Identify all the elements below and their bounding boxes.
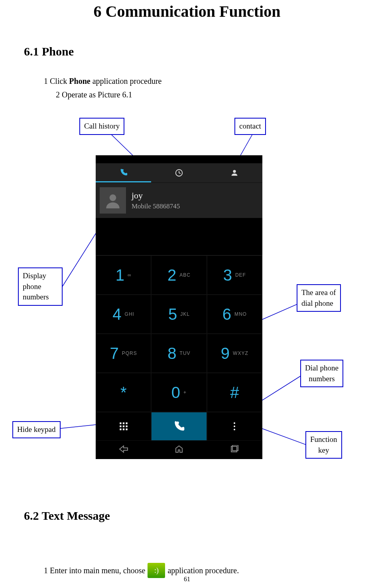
status-bar [96,155,262,163]
digit-hash: # [230,384,239,402]
svg-rect-13 [120,426,121,427]
callout-dialarea-l2: dial phone [301,298,336,309]
callout-dialnum-l1: Dial phone [305,363,339,374]
letters-6: MNO [234,311,247,317]
menu-dots-icon [233,422,236,431]
digit-9: 9 [221,344,230,362]
key-8[interactable]: 8TUV [151,334,207,373]
key-star[interactable]: * [96,373,151,412]
letters-1: ∞ [128,272,132,278]
callout-display-l3: numbers [23,292,58,303]
key-hash[interactable]: # [207,373,262,412]
tab-call-history[interactable] [151,163,207,182]
keypad: 1∞ 2ABC 3DEF 4GHI 5JKL 6MNO 7PQRS 8TUV 9… [96,255,262,412]
svg-rect-17 [122,428,124,430]
call-button[interactable] [151,412,207,441]
callout-hide-keypad: Hide keypad [12,421,61,438]
letters-8: TUV [180,350,191,356]
bottom-bar [96,412,262,441]
key-0[interactable]: 0+ [151,373,207,412]
contacts-icon [230,168,239,177]
letters-7: PQRS [122,350,137,356]
digit-2: 2 [167,266,176,284]
contact-name: joy [132,190,180,201]
callout-call-history: Call history [79,118,124,135]
svg-point-8 [233,170,236,173]
key-5[interactable]: 5JKL [151,295,207,334]
digit-8: 8 [167,344,176,362]
contact-text: joy Mobile 58868745 [132,190,180,210]
step1-pre: 1 Click [44,77,69,85]
key-6[interactable]: 6MNO [207,295,262,334]
letters-0: + [183,390,187,395]
key-3[interactable]: 3DEF [207,255,262,295]
key-4[interactable]: 4GHI [96,295,151,334]
figure-caption: Picture 6.1 [0,451,374,460]
digit-6: 6 [222,305,231,323]
tab-dialer[interactable] [96,163,151,182]
svg-point-9 [110,194,116,201]
callout-dial-area: The area of dial phone [297,284,341,312]
svg-point-20 [234,426,235,427]
overflow-menu-button[interactable] [207,412,262,441]
letters-4: GHI [125,311,134,317]
tm-step1-pre: 1 Enter into main menu, choose [44,566,145,575]
digit-1: 1 [116,266,124,284]
digit-star: * [120,384,127,402]
step-1: 1 Click Phone application procedure [44,74,374,88]
callout-dialnum-l2: numbers [305,374,339,384]
svg-rect-11 [122,422,124,424]
digit-7: 7 [110,344,119,362]
step1-bold: Phone [69,77,90,85]
avatar-placeholder [100,187,126,214]
svg-rect-18 [126,428,127,430]
person-icon [105,192,121,208]
call-icon [173,420,185,433]
svg-rect-14 [122,426,124,427]
svg-rect-10 [120,422,121,424]
contact-card[interactable]: joy Mobile 58868745 [96,183,262,218]
section-phone-heading: 6.1 Phone [24,45,374,58]
phone-screenshot: joy Mobile 58868745 1∞ 2ABC 3DEF 4GHI 5J… [96,155,262,447]
clock-icon [175,168,183,177]
page-number: 61 [0,576,374,583]
svg-rect-15 [126,426,127,427]
digit-3: 3 [223,266,232,284]
chapter-title: 6 Communication Function [0,2,374,21]
step-2: 2 Operate as Picture 6.1 [56,88,374,101]
phone-icon [119,168,128,177]
callout-fn-l1: Function [310,434,337,445]
callout-display-numbers: Display phone numbers [18,267,63,306]
key-9[interactable]: 9WXYZ [207,334,262,373]
step1-post: application procedure [91,77,162,85]
svg-rect-12 [126,422,127,424]
letters-9: WXYZ [233,350,248,356]
digit-4: 4 [112,305,121,323]
svg-point-21 [234,429,235,430]
callout-dial-numbers: Dial phone numbers [300,360,343,387]
key-2[interactable]: 2ABC [151,255,207,295]
letters-2: ABC [179,272,191,278]
section-text-message-heading: 6.2 Text Message [24,509,110,523]
tm-step1-post: application procedure. [167,566,239,575]
callout-contact: contact [234,118,266,135]
steps-block: 1 Click Phone application procedure 2 Op… [44,74,374,101]
key-7[interactable]: 7PQRS [96,334,151,373]
hide-keypad-button[interactable] [96,412,151,441]
tabs-bar [96,163,262,183]
tab-contacts[interactable] [207,163,262,182]
letters-3: DEF [235,272,246,278]
keypad-grid-icon [118,421,129,432]
contact-number: Mobile 58868745 [132,202,180,210]
svg-rect-16 [120,428,121,430]
letters-5: JKL [180,311,190,317]
callout-display-l2: phone [23,281,58,292]
number-display-area [96,218,262,255]
digit-0: 0 [171,384,180,402]
key-1[interactable]: 1∞ [96,255,151,295]
digit-5: 5 [168,305,177,323]
callout-dialarea-l1: The area of [301,287,336,298]
svg-point-19 [234,422,235,424]
callout-display-l1: Display [23,271,58,281]
